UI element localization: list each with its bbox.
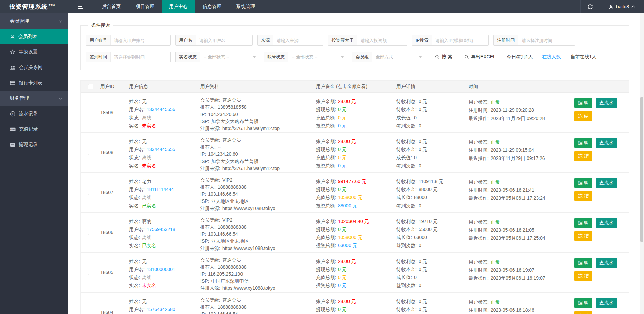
user-name: baifu8 xyxy=(616,4,629,9)
search-button[interactable]: 搜 索 xyxy=(430,52,458,62)
sidebar-group-finance-management[interactable]: 财务管理 xyxy=(0,91,68,106)
export-excel-button[interactable]: 导出EXCEL xyxy=(459,52,501,62)
user-funds-cell: 账户余额:28.00 元 提现总额:0 元 充值总额:0 元 投资总额:0 元 xyxy=(316,93,396,132)
pending-principal: 0 元 xyxy=(419,147,427,152)
view-flow-button[interactable]: 查流水 xyxy=(596,178,617,188)
account-balance[interactable]: 28.00 元 xyxy=(338,259,356,264)
freeze-button[interactable]: 冻 结 xyxy=(574,311,592,314)
edit-button[interactable]: 编 辑 xyxy=(574,98,592,108)
time-cell: 用户状态:正常 注册时间:2023-05-06 16:19:07 最近操作:20… xyxy=(469,253,574,292)
freeze-button[interactable]: 冻 结 xyxy=(574,111,592,121)
withdraw-total[interactable]: 0 元 xyxy=(338,107,347,112)
username-link[interactable]: 13344445556 xyxy=(147,107,175,112)
user-account-input[interactable] xyxy=(111,35,170,45)
menu-toggle-button[interactable] xyxy=(74,0,87,13)
withdraw-total[interactable]: 0 元 xyxy=(338,147,347,152)
withdraw-total[interactable]: 0 元 xyxy=(338,187,347,192)
ip-search-input[interactable] xyxy=(432,35,488,45)
edit-button[interactable]: 编 辑 xyxy=(574,178,592,188)
sidebar-item-withdraw-records[interactable]: 提现记录 xyxy=(0,137,68,152)
register-time: 2023-05-06 16:21:41 xyxy=(491,187,534,193)
field-account-status[interactable]: 账号状态 -- 全部状态 -- xyxy=(264,52,347,62)
view-flow-button[interactable]: 查流水 xyxy=(596,218,617,228)
realname-status: 已实名 xyxy=(142,203,156,208)
edit-button[interactable]: 编 辑 xyxy=(574,218,592,228)
view-flow-button[interactable]: 查流水 xyxy=(596,258,617,268)
username-link[interactable]: 13344445555 xyxy=(147,147,175,152)
signin-count: 0 xyxy=(419,203,421,208)
invest-total[interactable]: 63000 元 xyxy=(338,243,357,248)
sidebar-item-member-network[interactable]: 会员关系网 xyxy=(0,60,68,75)
invest-amount-input[interactable] xyxy=(357,35,407,45)
sidebar-item-bank-card-list[interactable]: 银行卡列表 xyxy=(0,75,68,91)
account-balance[interactable]: 28.00 元 xyxy=(338,139,356,144)
recharge-total[interactable]: 1058000 元 xyxy=(338,235,362,240)
freeze-button[interactable]: 冻 结 xyxy=(574,271,592,281)
username-link[interactable]: 15764342580 xyxy=(147,307,175,312)
withdraw-total[interactable]: 0 元 xyxy=(338,267,347,272)
view-flow-button[interactable]: 查流水 xyxy=(596,298,617,308)
edit-button[interactable]: 编 辑 xyxy=(574,258,592,268)
sidebar-item-member-list[interactable]: 会员列表 xyxy=(0,29,68,44)
row-checkbox[interactable] xyxy=(88,150,93,155)
dropdown-caret-icon xyxy=(250,52,259,62)
source-input[interactable] xyxy=(273,35,323,45)
user-real-name: 无 xyxy=(142,299,147,304)
row-checkbox[interactable] xyxy=(88,310,93,314)
sidebar-item-recharge-records[interactable]: PayPal 充值记录 xyxy=(0,122,68,137)
account-balance[interactable]: 1020304.40 元 xyxy=(338,219,369,224)
user-menu[interactable]: baifu8 xyxy=(600,0,644,13)
row-checkbox[interactable] xyxy=(88,230,93,235)
withdraw-total[interactable]: 0 元 xyxy=(338,307,347,312)
tab-user-center[interactable]: 用户中心 xyxy=(162,0,195,13)
invest-total[interactable]: 0 元 xyxy=(338,163,347,168)
tab-information[interactable]: 信息管理 xyxy=(195,0,229,13)
account-balance[interactable]: 991477.60 元 xyxy=(338,179,366,184)
recharge-total[interactable]: 0 元 xyxy=(338,275,347,280)
refresh-button[interactable] xyxy=(580,0,600,13)
search-icon xyxy=(435,55,440,59)
scrollbar-thumb[interactable] xyxy=(640,97,643,242)
referrer: -- xyxy=(218,144,221,150)
username-link[interactable]: 18111114444 xyxy=(147,187,174,192)
username-link[interactable]: 13100000001 xyxy=(147,267,175,272)
field-realname-status[interactable]: 实名状态 -- 全部状态 -- xyxy=(175,52,259,62)
sidebar-item-level-settings[interactable]: 等级设置 xyxy=(0,44,68,60)
online-count-link[interactable]: 在线人数 xyxy=(542,54,561,60)
freeze-button[interactable]: 冻 结 xyxy=(574,191,592,201)
tab-projects[interactable]: 项目管理 xyxy=(128,0,162,13)
signin-time-input[interactable] xyxy=(111,52,170,62)
tab-dashboard[interactable]: 后台首页 xyxy=(95,0,128,13)
invest-total[interactable]: 0 元 xyxy=(338,283,347,288)
user-profile-cell: 会员等级:普通会员 推荐人:13895818558 IP:104.234.20.… xyxy=(200,93,316,132)
freeze-button[interactable]: 冻 结 xyxy=(574,231,592,241)
edit-button[interactable]: 编 辑 xyxy=(574,298,592,308)
row-checkbox[interactable] xyxy=(88,270,93,275)
view-flow-button[interactable]: 查流水 xyxy=(596,98,617,108)
register-time-input[interactable] xyxy=(518,35,575,45)
recharge-total[interactable]: 1058000 元 xyxy=(338,195,362,200)
freeze-button[interactable]: 冻 结 xyxy=(574,151,592,161)
select-all-checkbox[interactable] xyxy=(88,84,93,89)
row-checkbox[interactable] xyxy=(88,190,93,195)
edit-button[interactable]: 编 辑 xyxy=(574,138,592,148)
recharge-total[interactable]: 0 元 xyxy=(338,155,347,160)
invest-total[interactable]: 0 元 xyxy=(338,123,347,128)
account-balance[interactable]: 28.00 元 xyxy=(338,299,356,304)
view-flow-button[interactable]: 查流水 xyxy=(596,138,617,148)
account-balance[interactable]: 28.00 元 xyxy=(338,99,356,104)
vertical-scrollbar[interactable] xyxy=(640,13,644,314)
tab-system[interactable]: 系统管理 xyxy=(229,0,262,13)
sidebar-group-member-management[interactable]: 会员管理 xyxy=(0,13,68,29)
table-row: 18608 姓名:无 用户名:13344445555 状态:离线 实名:未实名 … xyxy=(81,133,629,173)
user-name-input[interactable] xyxy=(196,35,252,45)
sidebar-item-flow-records[interactable]: ¥ 流水记录 xyxy=(0,106,68,122)
username-link[interactable]: 17569453218 xyxy=(147,227,175,232)
invest-total[interactable]: 88000 元 xyxy=(338,203,357,208)
row-checkbox[interactable] xyxy=(88,110,93,115)
field-member-group[interactable]: 会员组 全部方式 xyxy=(352,52,425,62)
recharge-total[interactable]: 0 元 xyxy=(338,115,347,120)
bank-card-icon xyxy=(10,81,15,85)
user-status: 正常 xyxy=(491,139,500,145)
withdraw-total[interactable]: 0 元 xyxy=(338,227,347,232)
